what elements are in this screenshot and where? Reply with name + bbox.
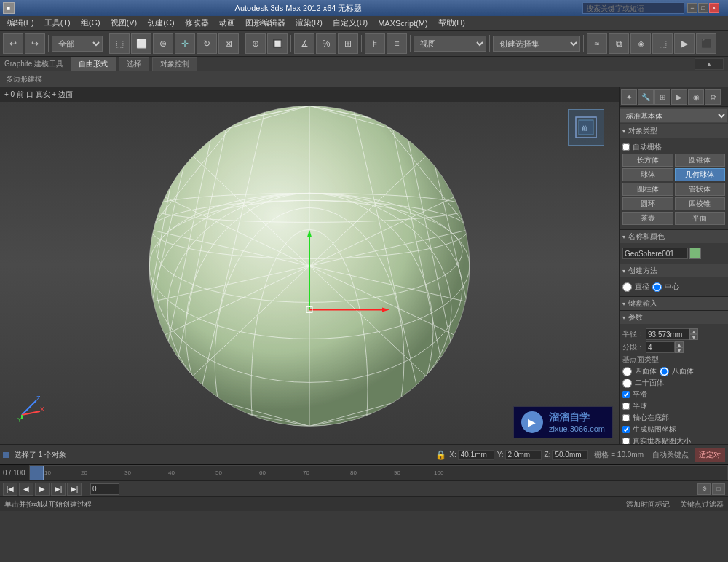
object-name-input[interactable] [622, 248, 688, 259]
pivot-button[interactable]: ⊕ [245, 33, 266, 54]
menu-modifiers[interactable]: 修改器 [181, 16, 213, 30]
viewport[interactable]: + 0 前 口 真实 + 边面 [0, 87, 619, 444]
material-editor-button[interactable]: ◈ [630, 33, 651, 54]
z-value: 50.0mm [552, 450, 588, 460]
menu-create[interactable]: 创建(C) [143, 16, 178, 30]
spinner-snap-button[interactable]: ⊞ [338, 33, 358, 54]
panel-motion-icon[interactable]: ▶ [671, 89, 687, 105]
panel-display-icon[interactable]: ◉ [688, 89, 704, 105]
menu-tools[interactable]: 工具(T) [40, 16, 75, 30]
diameter-radio[interactable] [622, 282, 632, 292]
pyramid-button[interactable]: 四棱锥 [675, 197, 726, 210]
mirror-button[interactable]: ⊧ [365, 33, 385, 54]
menu-group[interactable]: 组(G) [76, 16, 105, 30]
teapot-button[interactable]: 茶壶 [622, 212, 673, 225]
close-button[interactable]: × [709, 3, 719, 13]
move-button[interactable]: ✛ [175, 33, 195, 54]
sphere-button[interactable]: 球体 [622, 168, 673, 181]
autocreate-checkbox[interactable] [622, 143, 630, 151]
torus-button[interactable]: 圆环 [622, 197, 673, 210]
object-type-header[interactable]: ▾ 对象类型 [620, 124, 728, 138]
keyboard-input-header[interactable]: ▾ 键盘输入 [620, 297, 728, 310]
standard-primitives-dropdown[interactable]: 标准基本体 [620, 108, 728, 123]
hemisphere-checkbox[interactable] [622, 403, 630, 410]
segments-down-button[interactable]: ▼ [675, 347, 684, 353]
menu-animation[interactable]: 动画 [215, 16, 240, 30]
smooth-checkbox[interactable] [622, 391, 630, 398]
name-color-header[interactable]: ▾ 名称和颜色 [620, 230, 728, 243]
cylinder-button[interactable]: 圆柱体 [622, 183, 673, 196]
create-method-header[interactable]: ▾ 创建方法 [620, 264, 728, 277]
named-selection-dropdown[interactable]: 创建选择集 [493, 36, 580, 52]
minimize-button[interactable]: − [687, 3, 697, 13]
octa-radio[interactable] [660, 367, 669, 376]
quick-render-button[interactable]: ⬛ [696, 33, 716, 54]
select-button[interactable]: ⬚ [109, 33, 130, 54]
time-marks: 10 20 30 40 50 60 70 80 90 100 [30, 466, 727, 480]
search-input[interactable] [582, 2, 684, 14]
cone-button[interactable]: 圆锥体 [675, 154, 726, 167]
segments-input[interactable] [646, 341, 675, 353]
params-header[interactable]: ▾ 参数 [620, 311, 728, 324]
panel-modify-icon[interactable]: 🔧 [638, 89, 654, 105]
redo-button[interactable]: ↪ [25, 33, 45, 54]
rotate-button[interactable]: ↻ [197, 33, 217, 54]
frame-input[interactable] [90, 483, 119, 495]
color-swatch[interactable] [689, 248, 701, 259]
center-radio[interactable] [652, 282, 662, 292]
plane-button[interactable]: 平面 [675, 212, 726, 225]
scale-button[interactable]: ⊠ [218, 33, 239, 54]
undo-button[interactable]: ↩ [3, 33, 23, 54]
tetra-radio[interactable] [622, 367, 632, 376]
viewport-dropdown[interactable]: 视图 [414, 36, 486, 52]
radius-down-button[interactable]: ▼ [689, 334, 698, 340]
lasso-button[interactable]: ⊛ [153, 33, 173, 54]
graphite-tab-freeform[interactable]: 自由形式 [71, 57, 116, 71]
menu-customize[interactable]: 自定义(U) [328, 16, 372, 30]
menu-render[interactable]: 渲染(R) [291, 16, 327, 30]
percent-snap-button[interactable]: % [316, 33, 336, 54]
menu-help[interactable]: 帮助(H) [434, 16, 470, 30]
menu-view[interactable]: 视图(V) [106, 16, 142, 30]
menu-graph-editors[interactable]: 图形编辑器 [241, 16, 290, 30]
goto-end-button[interactable]: ▶| [67, 483, 82, 496]
time-slider[interactable] [30, 466, 44, 480]
prev-frame-button[interactable]: ◀ [19, 483, 33, 496]
geosphere-button[interactable]: 几何球体 [675, 168, 726, 181]
time-config-button[interactable]: ⚙ [697, 483, 711, 495]
realworld-checkbox[interactable] [622, 438, 630, 444]
name-color-row [622, 248, 725, 259]
radius-input[interactable] [646, 328, 689, 340]
menu-edit[interactable]: 编辑(E) [3, 16, 39, 30]
render-setup-button[interactable]: ⬚ [652, 33, 673, 54]
curve-editor-button[interactable]: ≈ [587, 33, 607, 54]
play-button[interactable]: ▶ [35, 483, 50, 496]
menu-maxscript[interactable]: MAXScript(M) [373, 17, 432, 29]
icosa-radio[interactable] [622, 379, 632, 388]
radius-up-button[interactable]: ▲ [689, 328, 698, 334]
schematic-button[interactable]: ⧉ [609, 33, 629, 54]
angle-snap-button[interactable]: ∡ [294, 33, 314, 54]
panel-hierarchy-icon[interactable]: ⊞ [654, 89, 670, 105]
select-region-button[interactable]: ⬜ [131, 33, 151, 54]
box-button[interactable]: 长方体 [622, 154, 673, 167]
segments-up-button[interactable]: ▲ [675, 341, 684, 347]
graphite-tab-select[interactable]: 选择 [119, 57, 149, 71]
time-track[interactable]: 10 20 30 40 50 60 70 80 90 100 [29, 465, 728, 481]
snap-button[interactable]: 🔲 [267, 33, 288, 54]
graphite-tab-object[interactable]: 对象控制 [152, 57, 197, 71]
tube-button[interactable]: 管状体 [675, 183, 726, 196]
panel-utility-icon[interactable]: ⚙ [705, 89, 721, 105]
viewport-config-button[interactable]: □ [712, 483, 725, 495]
render-button[interactable]: ▶ [674, 33, 695, 54]
goto-start-button[interactable]: |◀ [3, 483, 17, 496]
basechop-checkbox[interactable] [622, 414, 630, 422]
genmap-checkbox[interactable] [622, 426, 630, 433]
maximize-button[interactable]: □ [698, 3, 708, 13]
select-all-dropdown[interactable]: 全部 [52, 36, 103, 52]
filter-button[interactable]: 适定对 [695, 448, 725, 462]
align-button[interactable]: ≡ [387, 33, 407, 54]
panel-create-icon[interactable]: ✦ [621, 89, 637, 105]
graphite-collapse[interactable]: ▲ [695, 58, 724, 70]
next-frame-button[interactable]: ▶| [51, 483, 66, 496]
